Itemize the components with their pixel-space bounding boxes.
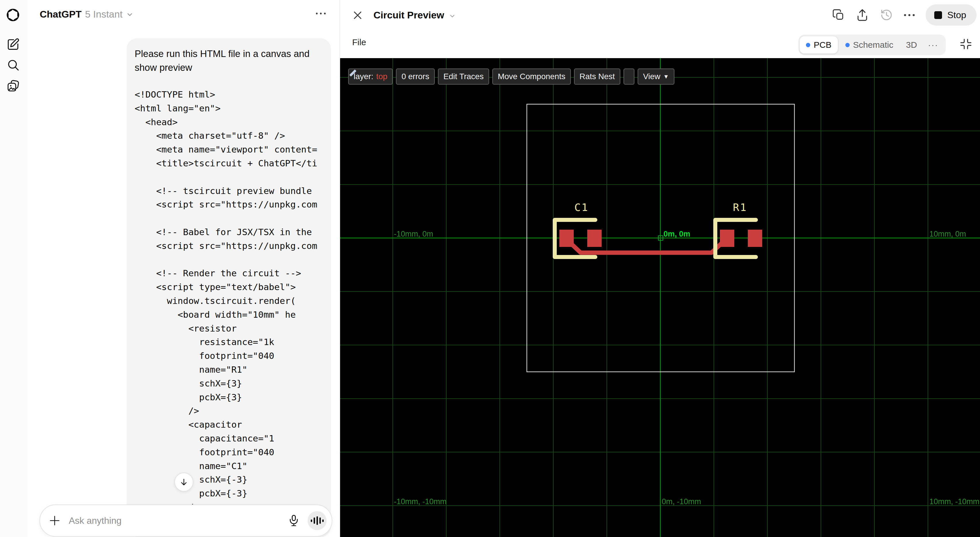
stop-button[interactable]: Stop [926, 4, 977, 25]
search-button[interactable] [6, 57, 21, 73]
app-title: ChatGPT [40, 9, 81, 20]
message-input[interactable] [68, 515, 288, 526]
blue-dot-icon [806, 43, 810, 47]
voice-mode-button[interactable] [307, 511, 326, 530]
user-message-code: <!DOCTYPE html> <html lang="en"> <head> … [135, 88, 331, 514]
edit-traces-button[interactable]: Edit Traces [438, 69, 489, 84]
sidebar-rail [0, 0, 28, 537]
mic-button[interactable] [288, 514, 300, 527]
search-icon [6, 58, 20, 72]
coord-label-left: -10mm, 0m [394, 229, 433, 238]
canvas-title: Circuit Preview [374, 10, 444, 21]
close-canvas-button[interactable] [352, 10, 363, 21]
chevron-down-icon [449, 13, 456, 19]
component-r1[interactable]: R1 [715, 201, 762, 257]
conversation-more-button[interactable] [316, 13, 326, 14]
waveform-icon [311, 519, 312, 522]
canvas-subheader: File PCB Schematic 3D ··· [340, 30, 980, 58]
model-name: 5 Instant [85, 9, 122, 20]
coord-label-bottom-left: -10mm, -10mm [394, 497, 447, 506]
tab-schematic[interactable]: Schematic [839, 35, 900, 55]
coord-label-bottom-center: 0m, -10mm [662, 497, 701, 506]
ref-label-c1: C1 [574, 201, 589, 213]
view-tabs: PCB Schematic 3D ··· [799, 35, 946, 55]
user-message-text: Please run this HTML file in a canvas an… [135, 47, 323, 75]
more-icon [904, 14, 906, 16]
layer-value: top [376, 72, 387, 81]
library-button[interactable] [6, 79, 21, 94]
scroll-to-bottom-button[interactable] [174, 473, 193, 492]
origin-label: 0m, 0m [663, 229, 690, 238]
chat-header: ChatGPT 5 Instant [28, 0, 339, 30]
attach-button[interactable] [49, 515, 61, 527]
coord-label-bottom-right: 10mm, -10mm [929, 497, 979, 506]
stop-icon [934, 11, 942, 19]
view-dropdown-button[interactable]: View ▼ [638, 69, 675, 84]
errors-button[interactable]: 0 errors [396, 69, 434, 84]
pcb-toolbar: layer: top 0 errors Edit Traces Move Com… [348, 69, 675, 84]
canvas-title-dropdown[interactable]: Circuit Preview [374, 10, 456, 21]
file-menu[interactable]: File [352, 37, 366, 47]
compose-icon [6, 37, 20, 51]
library-icon [6, 80, 20, 93]
app-window: ChatGPT 5 Instant Please run this HTML f… [0, 0, 980, 537]
blue-dot-icon [845, 43, 850, 47]
pcb-drawing: C1 R1 0m, 0m -10mm, 0m 10mm, 0m -10mm, -… [340, 58, 980, 537]
arrow-down-icon [180, 478, 188, 486]
composer-bar [40, 505, 332, 537]
chat-panel: ChatGPT 5 Instant Please run this HTML f… [28, 0, 339, 537]
rats-nest-button[interactable]: Rats Nest [574, 69, 620, 84]
more-icon [316, 13, 318, 14]
canvas-more-button[interactable] [904, 14, 915, 16]
canvas-header: Circuit Preview [340, 0, 980, 30]
chevron-down-icon [126, 11, 134, 18]
new-chat-button[interactable] [6, 37, 21, 52]
model-switcher[interactable]: ChatGPT 5 Instant [40, 9, 134, 20]
tab-3d[interactable]: 3D [900, 35, 923, 55]
canvas-panel: Circuit Preview [339, 0, 980, 537]
caret-down-icon: ▼ [663, 73, 669, 80]
draw-trace-button[interactable] [624, 69, 635, 84]
canvas-actions: Stop [832, 0, 977, 30]
user-message-bubble: Please run this HTML file in a canvas an… [127, 38, 331, 537]
tabs-more-button[interactable]: ··· [923, 40, 943, 50]
history-button[interactable] [880, 8, 893, 22]
pcb-viewport[interactable]: C1 R1 0m, 0m -10mm, 0m 10mm, 0m -10mm, -… [340, 58, 980, 537]
share-button[interactable] [856, 8, 869, 22]
move-components-button[interactable]: Move Components [492, 69, 571, 84]
collapse-canvas-button[interactable] [960, 38, 972, 50]
tab-pcb[interactable]: PCB [800, 36, 838, 54]
coord-label-right: 10mm, 0m [929, 229, 966, 238]
stop-label: Stop [947, 10, 966, 21]
openai-logo-icon [5, 7, 21, 23]
copy-button[interactable] [832, 9, 845, 21]
ref-label-r1: R1 [733, 201, 747, 213]
